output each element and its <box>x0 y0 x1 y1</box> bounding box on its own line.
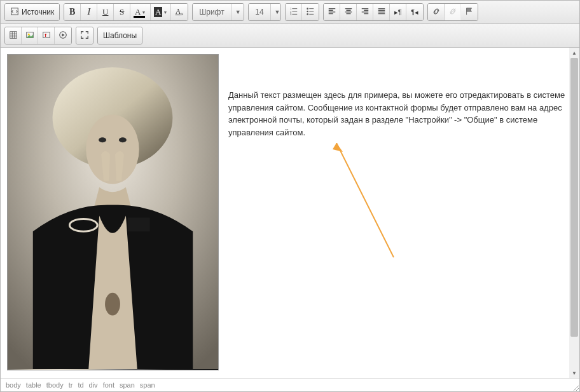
path-item[interactable]: span <box>140 381 155 389</box>
resize-handle[interactable] <box>572 384 579 391</box>
table-button[interactable] <box>5 27 22 44</box>
svg-marker-49 <box>333 143 343 152</box>
path-item[interactable]: font <box>103 381 114 389</box>
scroll-down-button[interactable]: ▼ <box>569 368 579 378</box>
rtl-button[interactable]: ¶◂ <box>406 4 423 20</box>
toolbar-row-1: Источник B I U S A▼ A▼ A× Шрифт ▼ <box>1 1 579 24</box>
svg-point-7 <box>307 8 309 10</box>
svg-point-9 <box>307 13 309 15</box>
align-center-button[interactable] <box>340 4 357 20</box>
remove-format-icon: A× <box>176 7 184 17</box>
scrollbar-thumb[interactable] <box>570 58 578 337</box>
bullet-list-button[interactable] <box>302 4 319 20</box>
toolbar-row-2: f Шаблоны <box>1 24 579 48</box>
link-button[interactable] <box>428 4 445 20</box>
ltr-icon: ▸¶ <box>394 8 402 17</box>
strike-button[interactable]: S <box>114 4 130 20</box>
bullet-list-icon <box>306 7 315 18</box>
align-justify-icon <box>377 7 386 18</box>
align-center-icon <box>344 7 353 18</box>
bg-color-button[interactable]: A▼ <box>151 4 171 20</box>
vertical-scrollbar[interactable]: ▲ ▼ <box>569 48 579 378</box>
path-item[interactable]: span <box>120 381 135 389</box>
svg-text:3: 3 <box>290 13 292 16</box>
path-item[interactable]: body <box>6 381 21 389</box>
bold-button[interactable]: B <box>64 4 81 20</box>
content-image[interactable] <box>7 54 219 370</box>
media-icon <box>59 30 67 41</box>
remove-format-button[interactable]: A× <box>171 4 188 20</box>
chevron-down-icon: ▼ <box>231 4 245 20</box>
underline-button[interactable]: U <box>97 4 114 20</box>
unlink-button[interactable] <box>445 4 461 20</box>
maximize-button[interactable] <box>76 27 93 44</box>
flash-button[interactable]: f <box>38 27 55 44</box>
fontsize-combo-label: 14 <box>249 8 270 17</box>
anchor-button[interactable] <box>461 4 478 20</box>
flash-icon: f <box>42 30 51 41</box>
source-label: Источник <box>22 8 54 17</box>
text-color-button[interactable]: A▼ <box>130 4 151 20</box>
numbered-list-icon: 123 <box>289 7 298 18</box>
svg-rect-30 <box>10 31 17 38</box>
source-button[interactable]: Источник <box>5 4 59 20</box>
rtl-icon: ¶◂ <box>411 8 418 17</box>
flag-icon <box>465 7 474 18</box>
path-item[interactable]: div <box>89 381 98 389</box>
image-button[interactable] <box>22 27 38 44</box>
maximize-icon <box>80 30 89 41</box>
content-text: Данный текст размещен здесь для примера,… <box>228 90 565 137</box>
editor-container: Источник B I U S A▼ A▼ A× Шрифт ▼ <box>0 0 580 392</box>
svg-rect-47 <box>128 217 150 231</box>
align-justify-button[interactable] <box>373 4 390 20</box>
annotation-arrow <box>292 143 406 270</box>
svg-line-48 <box>336 143 394 257</box>
font-combo[interactable]: Шрифт ▼ <box>193 4 244 20</box>
link-icon <box>432 7 441 18</box>
fontsize-combo[interactable]: 14 ▼ <box>249 4 280 20</box>
svg-point-44 <box>119 137 127 142</box>
image-icon <box>25 30 34 41</box>
svg-point-42 <box>86 114 139 184</box>
path-item[interactable]: tbody <box>46 381 64 389</box>
font-combo-label: Шрифт <box>193 8 230 17</box>
scroll-up-button[interactable]: ▲ <box>569 48 579 58</box>
svg-point-45 <box>105 293 120 316</box>
editor-content-area[interactable]: Данный текст размещен здесь для примера,… <box>1 48 579 378</box>
content-text-block[interactable]: Данный текст размещен здесь для примера,… <box>228 54 573 370</box>
svg-point-43 <box>99 137 106 142</box>
italic-button[interactable]: I <box>81 4 97 20</box>
align-right-icon <box>361 7 369 18</box>
table-icon <box>9 30 18 41</box>
svg-rect-37 <box>43 32 50 37</box>
path-item[interactable]: td <box>78 381 83 389</box>
ltr-button[interactable]: ▸¶ <box>390 4 406 20</box>
numbered-list-button[interactable]: 123 <box>286 4 302 20</box>
templates-label: Шаблоны <box>103 31 137 40</box>
chevron-down-icon: ▼ <box>270 4 282 20</box>
svg-text:f: f <box>45 32 46 37</box>
media-button[interactable] <box>55 27 71 44</box>
align-left-button[interactable] <box>324 4 340 20</box>
path-item[interactable]: tr <box>69 381 73 389</box>
elements-path: body table tbody tr td div font span spa… <box>1 378 579 391</box>
unlink-icon <box>448 7 457 18</box>
path-item[interactable]: table <box>26 381 41 389</box>
source-icon <box>10 7 19 18</box>
templates-button[interactable]: Шаблоны <box>98 27 142 44</box>
svg-point-8 <box>307 10 309 12</box>
align-right-button[interactable] <box>357 4 373 20</box>
scrollbar-track[interactable] <box>569 58 579 368</box>
align-left-icon <box>328 7 336 18</box>
